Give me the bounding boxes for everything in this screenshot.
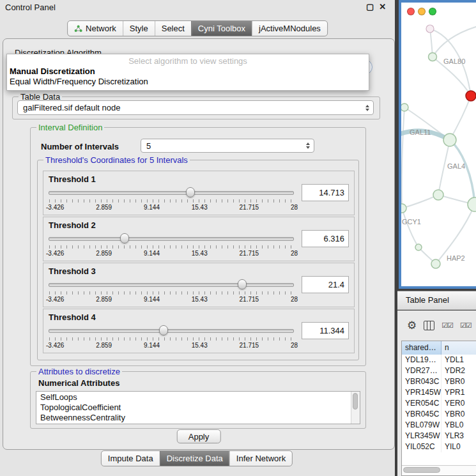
gear-icon[interactable]: ⚙: [407, 320, 417, 331]
table-cell: YER0: [441, 398, 476, 409]
tab-impute-data[interactable]: Impute Data: [102, 451, 160, 466]
dropdown-option-manual-discretization[interactable]: Manual Discretization: [7, 66, 369, 77]
tab-style[interactable]: Style: [123, 21, 155, 36]
table-toolbar: ⚙ ☑☑ ☑☑: [397, 311, 476, 340]
dropdown-option-equal-width-frequency[interactable]: Equal Width/Frequency Discretization: [7, 77, 369, 87]
slider-ticks: [49, 199, 294, 203]
tab-network[interactable]: Network: [68, 21, 123, 36]
scale-label: -3.426: [46, 204, 64, 211]
tab-select[interactable]: Select: [155, 21, 191, 36]
horizontal-scrollbar[interactable]: [402, 465, 476, 475]
network-node: [468, 197, 476, 211]
select-mode-icon[interactable]: ☑☑: [460, 321, 472, 330]
network-node: [433, 190, 443, 200]
table-row[interactable]: YBL079WYBL0: [402, 420, 476, 431]
network-canvas[interactable]: GAL80 GAL11 GAL4 GCY1 HAP2: [401, 17, 476, 286]
threshold-value-field[interactable]: 6.316: [302, 230, 349, 247]
threshold-label: Threshold 4: [49, 312, 96, 322]
list-items: SelfLoopsTopologicalCoefficientBetweenne…: [36, 392, 351, 424]
slider-track[interactable]: [49, 329, 294, 333]
scale-label: 21.715: [240, 204, 259, 211]
slider-ticks: [49, 245, 294, 249]
slider-track[interactable]: [49, 283, 294, 287]
list-scrollbar[interactable]: [351, 392, 360, 424]
table-data-select[interactable]: galFiltered.sif default node: [17, 100, 374, 115]
slider-track[interactable]: [49, 237, 294, 241]
slider-ticks: [49, 291, 294, 295]
scale-label: 15.43: [192, 204, 208, 211]
table-cell: YLR3: [441, 431, 476, 441]
slider-thumb[interactable]: [120, 233, 129, 243]
tab-jactivemnodules[interactable]: jActiveMNodules: [252, 21, 327, 36]
threshold-slider[interactable]: -3.4262.8599.14415.4321.71528: [49, 186, 294, 213]
tab-discretize-data[interactable]: Discretize Data: [160, 451, 229, 466]
close-panel-icon[interactable]: ✕: [379, 2, 386, 12]
apply-button[interactable]: Apply: [177, 429, 221, 443]
column-header-name[interactable]: n: [441, 341, 476, 355]
table-row[interactable]: YDL19…YDL1: [402, 355, 476, 365]
threshold-label: Threshold 2: [49, 220, 96, 230]
slider-thumb[interactable]: [159, 325, 168, 335]
network-view[interactable]: GAL80 GAL11 GAL4 GCY1 HAP2: [399, 0, 476, 289]
numerical-attributes-label: Numerical Attributes: [38, 378, 119, 388]
scale-label: 15.43: [192, 342, 208, 349]
scale-label: 9.144: [144, 342, 160, 349]
table-header-row: shared… n: [402, 341, 476, 355]
slider-thumb[interactable]: [186, 187, 195, 197]
slider-thumb[interactable]: [238, 279, 247, 289]
select-all-icon[interactable]: ☑☑: [441, 321, 453, 330]
tab-infer-network[interactable]: Infer Network: [229, 451, 292, 466]
table-cell: YPR145W: [402, 387, 441, 398]
table-row[interactable]: YER054CYER0: [402, 398, 476, 409]
table-cell: YPR1: [441, 387, 476, 398]
scale-label: 9.144: [144, 204, 160, 211]
network-node: [429, 53, 437, 61]
threshold-label: Threshold 3: [49, 266, 96, 276]
num-intervals-value: 5: [146, 141, 151, 151]
scale-label: 2.859: [96, 204, 112, 211]
float-window-icon[interactable]: ▢: [366, 2, 374, 12]
threshold-value-field[interactable]: 14.713: [302, 184, 349, 201]
threshold-slider[interactable]: -3.4262.8599.14415.4321.71528: [49, 232, 294, 259]
minimize-window-icon[interactable]: [418, 8, 426, 15]
tab-cyni-toolbox[interactable]: Cyni Toolbox: [191, 21, 252, 36]
slider-ticks: [49, 337, 294, 341]
close-window-icon[interactable]: [407, 8, 415, 15]
node-table[interactable]: shared… n YDL19…YDL1YDR27…YDR2YBR043CYBR…: [401, 341, 476, 476]
threshold-value-field[interactable]: 11.344: [302, 322, 349, 339]
num-intervals-select[interactable]: 5: [141, 139, 314, 153]
zoom-window-icon[interactable]: [429, 8, 436, 15]
scrollbar-thumb[interactable]: [403, 467, 440, 473]
slider-scale: -3.4262.8599.14415.4321.71528: [46, 296, 298, 303]
slider-track[interactable]: [49, 191, 294, 195]
table-cell: YBR0: [441, 376, 476, 387]
scale-label: 2.859: [96, 296, 112, 303]
scale-label: 9.144: [144, 296, 160, 303]
numerical-attributes-list[interactable]: SelfLoopsTopologicalCoefficientBetweenne…: [36, 391, 360, 424]
table-row[interactable]: YIL052CYIL0: [402, 441, 476, 452]
column-header-shared[interactable]: shared…: [402, 341, 441, 355]
table-row[interactable]: YLR345WYLR3: [402, 431, 476, 441]
scale-label: -3.426: [46, 296, 64, 303]
scale-label: 28: [291, 250, 298, 257]
algorithm-dropdown: Select algorithm to view settings Manual…: [6, 54, 369, 91]
table-cell: YDL19…: [402, 355, 441, 365]
window-controls: [407, 8, 436, 15]
threshold-4-group: Threshold 4 -3.4262.8599.14415.4321.7152…: [43, 309, 355, 353]
table-row[interactable]: YPR145WYPR1: [402, 387, 476, 398]
list-item[interactable]: SelfLoops: [36, 392, 351, 403]
threshold-slider[interactable]: -3.4262.8599.14415.4321.71528: [49, 324, 294, 351]
panel-window-controls: ▢ ✕: [366, 2, 386, 12]
table-cell: YDL1: [441, 355, 476, 365]
threshold-value-field[interactable]: 21.4: [302, 276, 349, 293]
list-item[interactable]: TopologicalCoefficient: [36, 403, 351, 413]
scrollbar-thumb[interactable]: [353, 393, 358, 410]
node-label: GAL11: [410, 128, 431, 136]
columns-icon[interactable]: [424, 321, 434, 330]
list-item[interactable]: BetweennessCentrality: [36, 413, 351, 423]
table-row[interactable]: YBR043CYBR0: [402, 376, 476, 387]
table-cell: YBR043C: [402, 376, 441, 387]
threshold-slider[interactable]: -3.4262.8599.14415.4321.71528: [49, 278, 294, 305]
table-row[interactable]: YBR045CYBR0: [402, 409, 476, 420]
table-row[interactable]: YDR27…YDR2: [402, 365, 476, 376]
